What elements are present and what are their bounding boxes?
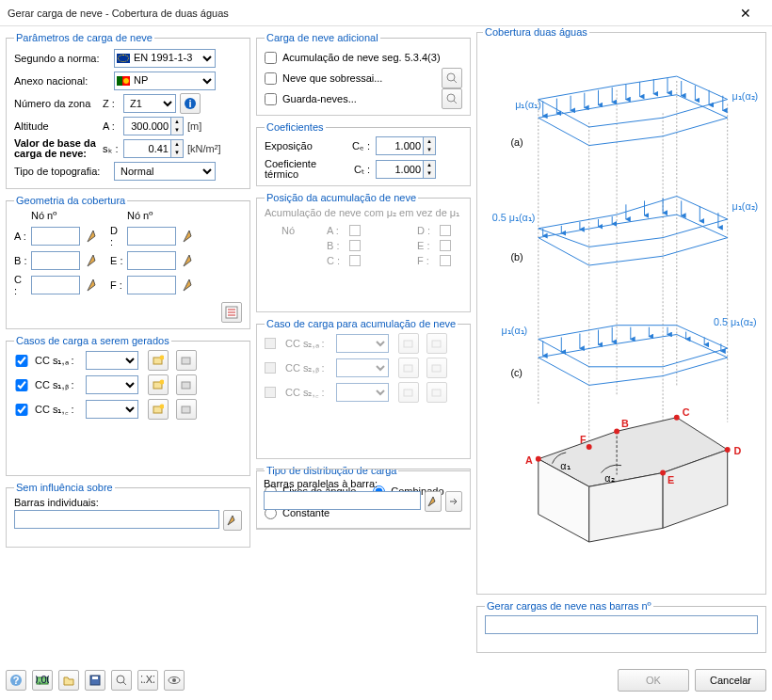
snowguard-edit-icon[interactable] (442, 88, 462, 109)
svg-rect-14 (404, 341, 412, 347)
svg-text:μ₁(α₁): μ₁(α₁) (515, 99, 541, 110)
case-2c-new-icon (398, 382, 419, 403)
svg-text:(c): (c) (510, 367, 523, 378)
therm-spin[interactable]: ▲▼ (376, 160, 436, 179)
precision-icon[interactable]: X.XX (137, 670, 158, 691)
gerar-input[interactable] (485, 615, 758, 634)
node-a-input[interactable] (31, 227, 80, 246)
exp-spin[interactable]: ▲▼ (376, 136, 436, 155)
roof-diagram: μ₁(α₁) μ₁(α₂) (a) 0.5 μ₁(α₁) μ₁(α₂) (b) (483, 48, 760, 575)
svg-text:μ₁(α₂): μ₁(α₂) (732, 90, 759, 102)
case-2c-edit-icon (426, 382, 447, 403)
barras-individuais-pick-icon[interactable] (223, 510, 242, 531)
open-icon[interactable] (58, 670, 79, 691)
overhang-edit-icon[interactable] (442, 68, 462, 88)
cancel-button[interactable]: Cancelar (695, 669, 766, 692)
altitude-spin[interactable]: ▲▼ (123, 117, 184, 135)
node-e-input[interactable] (127, 251, 176, 270)
svg-text:0,00: 0,00 (36, 674, 49, 685)
node-f-input[interactable] (127, 276, 176, 294)
help-icon[interactable]: ? (6, 670, 26, 691)
group-params: Parâmetros de carga de neve Segundo a no… (6, 32, 250, 189)
svg-rect-17 (432, 365, 441, 372)
case-1b-edit-icon[interactable] (176, 374, 197, 395)
svg-point-82 (725, 447, 731, 453)
pick-a-icon[interactable] (84, 229, 103, 244)
svg-point-80 (674, 415, 680, 421)
svg-point-84 (660, 470, 666, 476)
svg-point-96 (117, 676, 124, 683)
close-icon[interactable]: ✕ (727, 6, 764, 21)
svg-rect-11 (182, 406, 190, 413)
barras-paralelas-apply-icon[interactable] (445, 491, 462, 512)
norm-label: Segundo a norma: (14, 53, 110, 64)
barras-paralelas-label: Barras paralelas à barra: (264, 478, 462, 489)
case-1c-new-icon[interactable] (148, 399, 169, 420)
case-2b-select (336, 358, 389, 377)
svg-text:μ₁(α₂): μ₁(α₂) (732, 200, 759, 212)
group-cases: Casos de carga a serem gerados CC s₁,ₐ :… (6, 335, 250, 476)
view-icon[interactable] (164, 670, 185, 691)
svg-text:μ₁(α₁): μ₁(α₁) (502, 325, 528, 336)
case-1c-select[interactable] (86, 400, 138, 419)
accum-a-check (349, 225, 361, 236)
case-1a-check[interactable] (14, 355, 29, 367)
base-value-spin[interactable]: ▲▼ (123, 139, 184, 158)
case-2a-edit-icon (426, 333, 447, 354)
case-1b-select[interactable] (86, 375, 138, 394)
svg-point-86 (587, 444, 592, 450)
case-1a-new-icon[interactable] (148, 350, 169, 371)
case-1b-new-icon[interactable] (148, 374, 169, 395)
case-2c-check (265, 387, 276, 398)
case-2a-check (265, 338, 276, 349)
pick-f-icon[interactable] (180, 278, 199, 293)
group-extra: Carga de neve adicional Acumulação de ne… (256, 32, 471, 116)
group-coef: Coeficientes Exposição Cₑ : ▲▼ Coeficien… (256, 121, 471, 186)
svg-text:(b): (b) (510, 251, 523, 262)
svg-point-76 (536, 456, 541, 462)
node-d-input[interactable] (127, 227, 176, 246)
overhang-check[interactable] (265, 72, 277, 85)
zone-select[interactable]: Z1 (123, 94, 176, 113)
svg-rect-19 (432, 390, 441, 396)
case-2a-new-icon (398, 333, 419, 354)
accum-534-check[interactable] (265, 52, 277, 64)
case-1c-check[interactable] (14, 404, 29, 416)
annex-select[interactable] (114, 72, 216, 90)
svg-text:C: C (683, 406, 690, 418)
barras-paralelas-pick-icon[interactable] (425, 491, 442, 512)
node-c-input[interactable] (31, 276, 80, 294)
topo-select[interactable]: Normal (114, 162, 216, 181)
barras-individuais-label: Barras individuais: (14, 497, 242, 508)
node-b-input[interactable] (31, 251, 80, 270)
snowguard-check[interactable] (265, 93, 277, 105)
barras-individuais-input[interactable] (14, 510, 219, 529)
window-title: Gerar carga de neve - Cobertura de duas … (8, 8, 727, 19)
group-sem-right: x Barras paralelas à barra: (256, 463, 471, 529)
norm-select[interactable] (114, 49, 216, 68)
svg-text:(a): (a) (510, 136, 523, 148)
case-1a-select[interactable] (86, 351, 138, 370)
pick-d-icon[interactable] (180, 229, 199, 244)
accum-b-check (349, 240, 361, 251)
case-1b-check[interactable] (14, 379, 29, 391)
accum-d-check (440, 225, 451, 236)
accum-e-check (440, 240, 451, 251)
barras-paralelas-input[interactable] (264, 491, 421, 510)
pick-b-icon[interactable] (84, 253, 103, 268)
preview-icon[interactable] (111, 670, 132, 691)
case-1a-edit-icon[interactable] (176, 350, 197, 371)
accum-c-check (349, 255, 361, 266)
case-1c-edit-icon[interactable] (176, 399, 197, 420)
geometry-list-icon[interactable] (221, 302, 242, 323)
save-icon[interactable] (85, 670, 105, 691)
svg-point-99 (172, 678, 176, 682)
pick-e-icon[interactable] (180, 253, 199, 268)
svg-rect-5 (182, 358, 190, 364)
units-icon[interactable]: 0,00 (32, 670, 53, 691)
pick-c-icon[interactable] (84, 278, 103, 293)
svg-rect-18 (404, 390, 412, 396)
annex-label: Anexo nacional: (14, 75, 110, 87)
svg-text:E: E (667, 474, 674, 485)
zone-info-icon[interactable]: i (180, 93, 201, 114)
